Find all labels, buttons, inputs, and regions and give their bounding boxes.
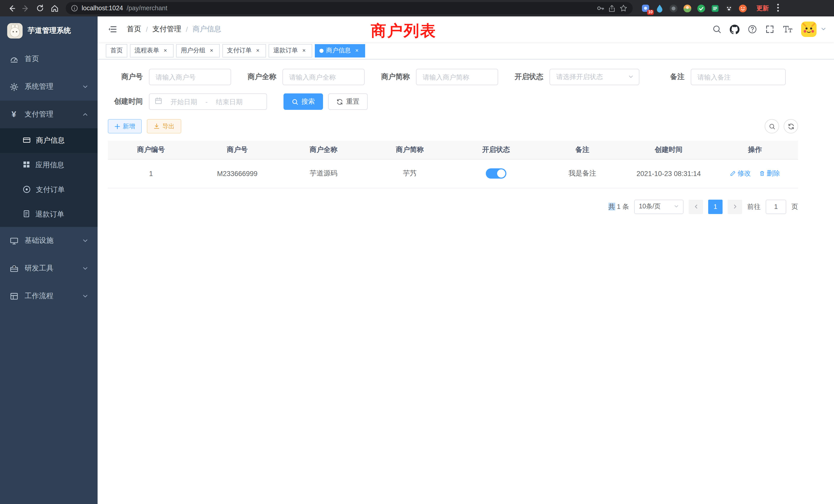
close-icon[interactable]: × — [254, 47, 261, 54]
reload-icon[interactable] — [34, 2, 46, 14]
full-name-input[interactable] — [282, 69, 365, 85]
link-label: 删除 — [767, 169, 780, 178]
tab-merchant-info[interactable]: 商户信息 × — [315, 44, 365, 57]
refresh-icon[interactable] — [784, 119, 798, 134]
sidebar-item-devtools[interactable]: 研发工具 — [0, 255, 97, 282]
fullscreen-icon[interactable] — [765, 25, 774, 34]
close-icon[interactable]: × — [162, 47, 169, 54]
sidebar-item-infra[interactable]: 基础设施 — [0, 227, 97, 255]
sidebar-item-pay[interactable]: ¥ 支付管理 — [0, 100, 97, 128]
password-key-icon[interactable] — [596, 4, 605, 12]
help-icon[interactable] — [748, 25, 757, 34]
extension-drop-icon[interactable] — [655, 4, 664, 13]
tab-label: 流程表单 — [135, 46, 159, 55]
forward-icon[interactable] — [20, 2, 32, 14]
sidebar-item-label: 商户信息 — [36, 136, 65, 145]
tab-process-form[interactable]: 流程表单 × — [130, 44, 174, 57]
chevron-down-icon — [82, 84, 88, 90]
date-start-input[interactable] — [166, 98, 202, 106]
field-label: 商户全称 — [241, 72, 276, 82]
tab-home[interactable]: 首页 — [106, 44, 127, 57]
sidebar-item-label: 研发工具 — [25, 264, 53, 273]
status-toggle[interactable] — [486, 168, 506, 179]
sidebar-item-home[interactable]: 首页 — [0, 45, 97, 73]
cell-merchant-no: M233666999 — [194, 159, 280, 188]
tabs-bar: 首页 流程表单 × 用户分组 × 支付订单 × 退款订单 × — [97, 42, 834, 60]
column-header: 备注 — [539, 141, 626, 159]
share-icon[interactable] — [608, 4, 616, 12]
page-content: 商户号 商户全称 商户简称 开启状态 请选择开启状态 — [97, 60, 834, 504]
extension-dark-circle-icon[interactable] — [668, 4, 678, 13]
main-area: 首页 / 支付管理 / 商户信息 商户列表 — [97, 17, 834, 504]
extension-avatar-icon[interactable] — [682, 4, 692, 13]
sidebar-item-label: 基础设施 — [25, 236, 53, 245]
cell-create-time: 2021-10-23 08:31:14 — [626, 159, 712, 188]
goto-page-input[interactable] — [766, 199, 786, 214]
url-path: /pay/merchant — [127, 5, 167, 12]
sidebar-item-merchant-info[interactable]: 商户信息 — [0, 128, 97, 153]
sidebar-item-label: 支付管理 — [25, 110, 53, 119]
extension-green-circle-icon[interactable] — [696, 4, 706, 13]
merchant-no-input[interactable] — [149, 69, 231, 85]
sidebar-toggle-icon[interactable] — [105, 22, 120, 37]
sidebar-item-workflow[interactable]: 工作流程 — [0, 282, 97, 310]
date-end-input[interactable] — [211, 98, 248, 106]
app-logo[interactable]: 芋道管理系统 — [0, 17, 97, 45]
table-header-row: 商户编号 商户号 商户全称 商户简称 开启状态 备注 创建时间 操作 — [108, 141, 798, 159]
extensions-row: 10 — [641, 4, 747, 13]
browser-update-button[interactable]: 更新 — [752, 2, 773, 14]
reset-button[interactable]: 重置 — [328, 93, 368, 110]
goto-label: 前往 — [747, 202, 761, 211]
breadcrumb-item[interactable]: 支付管理 — [153, 25, 181, 34]
status-select[interactable]: 请选择开启状态 — [549, 69, 639, 85]
short-name-input[interactable] — [416, 69, 498, 85]
page-size-select[interactable]: 10条/页 — [634, 199, 683, 214]
page-number[interactable]: 1 — [708, 199, 723, 214]
column-header: 开启状态 — [453, 141, 539, 159]
search-icon[interactable] — [712, 25, 722, 34]
search-button[interactable]: 搜索 — [284, 93, 323, 110]
user-avatar[interactable] — [801, 22, 826, 37]
remark-input[interactable] — [691, 69, 786, 85]
next-page-icon[interactable] — [728, 199, 742, 214]
browser-menu-icon[interactable] — [775, 3, 781, 13]
sidebar-item-label: 应用信息 — [36, 161, 64, 170]
cell-remark: 我是备注 — [539, 159, 626, 188]
back-icon[interactable] — [5, 2, 18, 14]
close-icon[interactable]: × — [208, 47, 215, 54]
tab-refund-order[interactable]: 退款订单 × — [269, 44, 312, 57]
sidebar-item-system[interactable]: 系统管理 — [0, 73, 97, 100]
site-info-icon[interactable] — [71, 5, 78, 12]
toggle-search-icon[interactable] — [765, 119, 779, 134]
extension-orange-face-icon[interactable] — [738, 4, 747, 13]
chevron-down-icon — [82, 265, 88, 272]
logo-image — [7, 23, 23, 39]
github-icon[interactable] — [730, 24, 740, 34]
extension-green-square-icon[interactable] — [710, 4, 720, 13]
add-button[interactable]: 新增 — [108, 119, 142, 134]
home-icon[interactable] — [48, 2, 61, 14]
edit-link[interactable]: 修改 — [730, 169, 751, 178]
close-icon[interactable]: × — [353, 47, 360, 54]
export-button[interactable]: 导出 — [147, 119, 181, 134]
breadcrumb-separator: / — [186, 25, 188, 33]
tab-user-group[interactable]: 用户分组 × — [176, 44, 220, 57]
tab-pay-order[interactable]: 支付订单 × — [222, 44, 266, 57]
bookmark-star-icon[interactable] — [619, 4, 628, 12]
sidebar-item-app-info[interactable]: 应用信息 — [0, 153, 97, 178]
prev-page-icon[interactable] — [689, 199, 703, 214]
sidebar-item-pay-order[interactable]: 支付订单 — [0, 178, 97, 202]
sidebar-item-refund-order[interactable]: 退款订单 — [0, 202, 97, 227]
delete-link[interactable]: 删除 — [759, 169, 780, 178]
breadcrumb-item[interactable]: 首页 — [127, 25, 141, 34]
chevron-down-icon — [82, 293, 88, 299]
font-size-icon[interactable] — [783, 25, 793, 34]
extension-puzzle-icon[interactable]: 10 — [641, 4, 650, 13]
close-icon[interactable]: × — [301, 47, 308, 54]
address-bar[interactable]: localhost:1024/pay/merchant — [66, 2, 633, 14]
date-range-picker[interactable]: - — [149, 93, 267, 110]
cell-status — [453, 159, 539, 188]
extension-paw-icon[interactable] — [724, 4, 733, 13]
caret-down-icon[interactable] — [821, 25, 826, 34]
sidebar-item-label: 支付订单 — [36, 185, 65, 194]
